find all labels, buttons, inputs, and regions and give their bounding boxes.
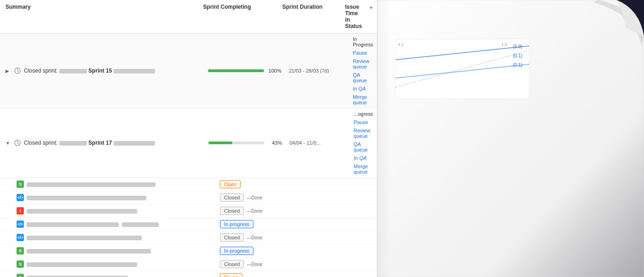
sprint-17-pause-link[interactable]: Pause [354, 119, 368, 125]
issue-5-text [27, 235, 142, 240]
issue-6-status: In progress [220, 247, 253, 255]
issue-8-text [27, 275, 128, 277]
issue-4-summary: </> [0, 220, 216, 228]
sprint-17-progress-pct: 43% [267, 140, 282, 146]
issue-3-type-icon: ! [17, 207, 24, 215]
sprint-15-label: Closed sprint: Sprint 15 [24, 68, 155, 74]
sprint-15-expand[interactable]: ▶ [6, 68, 11, 73]
issue-7-status: Closed [220, 260, 244, 268]
issue-8-summary: S [0, 274, 216, 277]
code-line-9: bile-scrollable.device-mobile-opt [386, 84, 635, 92]
issue-row-2: </> Closed —Done [0, 191, 377, 204]
issue-6-text [27, 248, 151, 254]
issue-row-5: </> Closed —Done [0, 231, 377, 244]
issue-row-7: S Closed —Done [0, 258, 377, 271]
issue-3-summary: ! [0, 207, 216, 215]
issue-7-type-icon: S [17, 260, 24, 268]
sprint-17-in-qa-link[interactable]: In QA [354, 155, 367, 161]
add-column-button[interactable]: + [366, 4, 377, 29]
sprint-15-completing: 100% [204, 68, 285, 73]
code-background: ROOT{overflow: .fullScreenMode.device-mo… [377, 0, 644, 277]
col-sprint-duration-header: Sprint Duration [279, 4, 341, 29]
issue-5-summary: </> [0, 234, 216, 241]
left-panel: Summary Sprint Completing Sprint Duratio… [0, 0, 377, 277]
issue-row-8: S Pause [0, 271, 377, 277]
issue-4-text [27, 221, 159, 227]
issue-5-done: —Done [247, 235, 262, 240]
sprint-17-progress-bar [208, 141, 265, 144]
issue-3-text [27, 208, 137, 214]
issue-7-done: —Done [247, 262, 262, 267]
issue-5-completing: Closed —Done [216, 233, 302, 242]
sprint-15-in-qa-link[interactable]: In QA [353, 86, 366, 91]
sprint-15-summary: ▶ Closed sprint: Sprint 15 [0, 67, 204, 74]
col-issue-time-header: Issue Time in Status [341, 4, 366, 29]
col-summary-header: Summary [0, 4, 200, 29]
sprint-15-review-link[interactable]: Review queue [353, 58, 373, 69]
sprint-17-summary: ▼ Closed sprint: Sprint 17 [0, 139, 205, 147]
issue-5-type-icon: </> [17, 234, 24, 241]
table-body: ▶ Closed sprint: Sprint 15 [0, 34, 377, 277]
issue-2-status: Closed [220, 193, 244, 202]
sprint-15-merge-link[interactable]: Merge queue [353, 94, 373, 105]
issue-6-completing: In progress [216, 247, 302, 255]
issue-3-completing: Closed —Done [216, 207, 302, 215]
issue-2-type-icon: </> [17, 194, 24, 201]
sprint-row-15: ▶ Closed sprint: Sprint 15 [0, 34, 377, 108]
issue-2-text [27, 195, 146, 200]
issue-4-status: In progress [220, 220, 253, 228]
sprint-15-pause-link[interactable]: Pause [353, 50, 367, 56]
sprint-17-qa-queue-link[interactable]: QA queue [354, 141, 373, 153]
issue-7-completing: Closed —Done [216, 260, 302, 268]
sprint-17-review-link[interactable]: Review queue [354, 128, 373, 139]
issue-4-type-icon: </> [17, 220, 24, 228]
issue-1-summary: S [0, 181, 216, 188]
issue-1-text [27, 181, 155, 187]
sprint-15-progress-pct: 100% [267, 68, 282, 73]
issue-7-text [27, 261, 137, 267]
issue-2-done: —Done [247, 195, 262, 200]
issue-8-type-icon: S [17, 274, 24, 277]
sprint-15-duration: 21/03 - 28/03 (7d) [285, 68, 349, 73]
code-line-6: Mode-scrollable.device-mobile-apt [386, 56, 635, 64]
code-line-2: .fullScreenMode.device-mobile [386, 18, 635, 27]
issue-3-status: Closed [220, 207, 244, 215]
code-line-5: de-scrollable.device-mobile-opt [386, 46, 635, 55]
issue-row-1: S Open [0, 178, 377, 191]
sprint-15-progress-fill [208, 69, 264, 72]
code-line-7: reenMode-scrollable .SITE_ROOT{overflo [386, 65, 635, 73]
issue-1-status: Open [220, 180, 241, 188]
sprint-17-completing: 43% [205, 140, 286, 146]
sprint-17-label: Closed sprint: Sprint 17 [24, 140, 155, 146]
sprint-15-status-inprogress: In Progress [353, 36, 373, 47]
sprint-15-status: In Progress Pause Review queue QA queue … [349, 36, 377, 105]
issue-8-completing: Pause [216, 273, 302, 277]
issue-8-status: Pause [220, 273, 242, 277]
issue-row-3: ! Closed —Done [0, 204, 377, 218]
sprint-17-merge-link[interactable]: Merge queue [354, 164, 373, 175]
issue-6-summary: S [0, 247, 216, 254]
sprint-17-status-inprogress: ...ogress [354, 111, 373, 117]
sprint-15-icon [14, 67, 21, 74]
table-header: Summary Sprint Completing Sprint Duratio… [0, 0, 377, 34]
issue-2-completing: Closed —Done [216, 193, 302, 202]
issue-3-done: —Done [247, 209, 262, 214]
sprint-17-duration: 04/04 - 11/0... [286, 140, 350, 146]
issue-4-completing: In progress [216, 220, 302, 228]
issue-5-status: Closed [220, 233, 244, 242]
issue-7-summary: S [0, 260, 216, 268]
code-line-10: scrollable #masterPage{ [386, 93, 635, 101]
sprint-17-icon [14, 139, 21, 147]
code-line-8: mobile-optimized .SITE_ROOT{overflr [386, 74, 635, 82]
right-panel: ROOT{overflow: .fullScreenMode.device-mo… [377, 0, 644, 277]
sprint-15-qa-queue-link[interactable]: QA queue [353, 72, 373, 83]
sprint-17-status: ...ogress Pause Review queue QA queue In… [350, 111, 377, 175]
issue-6-type-icon: S [17, 247, 24, 254]
issue-row-6: S In progress [0, 244, 377, 258]
issue-1-type-icon: S [17, 181, 24, 188]
sprint-17-expand[interactable]: ▼ [6, 141, 11, 146]
sprint-row-17: ▼ Closed sprint: Sprint 17 [0, 108, 377, 178]
issue-1-completing: Open [216, 180, 302, 188]
code-line-1: ROOT{overflow: [386, 9, 635, 17]
col-sprint-completing-header: Sprint Completing [200, 4, 279, 29]
